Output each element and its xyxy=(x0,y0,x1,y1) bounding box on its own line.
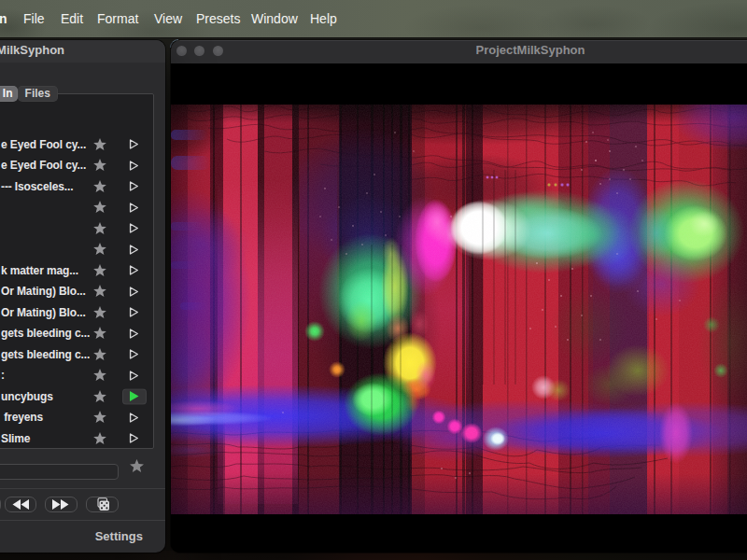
play-button[interactable] xyxy=(122,304,147,320)
main-window-title: ProjectMilkSyphon xyxy=(171,40,747,63)
menu-help[interactable]: Help xyxy=(310,0,337,37)
preset-name: k matter mag... xyxy=(1,264,78,277)
main-window-titlebar[interactable]: ProjectMilkSyphon xyxy=(171,40,747,63)
play-icon xyxy=(129,202,139,213)
play-button[interactable] xyxy=(122,368,147,384)
preset-row[interactable]: e Eyed Fool cy... xyxy=(0,133,153,155)
preset-row[interactable]: freyens xyxy=(0,407,153,428)
previous-preset-button[interactable] xyxy=(5,497,36,512)
play-icon xyxy=(129,160,139,171)
menu-file[interactable]: File xyxy=(23,0,45,37)
star-icon[interactable] xyxy=(93,305,107,319)
play-icon xyxy=(129,265,139,276)
play-button[interactable] xyxy=(122,220,147,236)
play-button[interactable] xyxy=(122,242,147,258)
desktop: ProjectMilkSyphon ProjectMilkSyphon In F… xyxy=(0,0,747,560)
random-preset-button[interactable] xyxy=(86,497,119,512)
play-icon xyxy=(129,286,139,297)
tab-files[interactable]: Files xyxy=(18,86,59,102)
preset-row[interactable] xyxy=(0,197,153,218)
preset-row[interactable]: gets bleeding c... xyxy=(0,323,153,344)
preset-row[interactable] xyxy=(0,217,153,239)
play-icon xyxy=(129,223,139,234)
play-button[interactable] xyxy=(122,430,147,446)
divider xyxy=(0,488,165,489)
play-button[interactable] xyxy=(122,178,147,194)
play-icon xyxy=(129,370,139,381)
fast-forward-icon xyxy=(51,499,70,510)
play-button[interactable] xyxy=(122,200,147,216)
menu-edit[interactable]: Edit xyxy=(61,0,83,37)
dice-icon xyxy=(95,497,110,511)
preset-name: freyens xyxy=(1,411,43,424)
menu-view[interactable]: View xyxy=(154,0,182,37)
star-icon[interactable] xyxy=(93,285,107,299)
star-icon[interactable] xyxy=(93,137,107,151)
play-button[interactable] xyxy=(122,136,147,152)
preset-row[interactable]: k matter mag... xyxy=(0,259,153,281)
play-icon xyxy=(129,244,139,255)
preset-row[interactable]: Or Mating) Blo... xyxy=(0,301,153,323)
play-icon xyxy=(129,412,139,423)
preset-row[interactable]: : xyxy=(0,365,153,386)
star-icon[interactable] xyxy=(93,389,107,403)
transport-partial-button[interactable] xyxy=(0,497,1,512)
tab-built-in[interactable]: In xyxy=(0,86,18,102)
play-icon xyxy=(129,391,139,402)
preset-row[interactable]: uncybugs xyxy=(0,385,153,407)
play-icon xyxy=(129,307,139,318)
play-icon xyxy=(129,328,139,339)
preset-name: gets bleeding c... xyxy=(1,327,90,340)
favorite-star-icon[interactable] xyxy=(129,458,145,474)
star-icon[interactable] xyxy=(93,179,107,193)
play-button-active[interactable] xyxy=(122,388,147,404)
next-preset-button[interactable] xyxy=(45,497,78,512)
preset-name: e Eyed Fool cy... xyxy=(1,138,86,151)
panel-title: ProjectMilkSyphon xyxy=(0,40,64,63)
menu-presets[interactable]: Presets xyxy=(196,0,240,37)
panel-titlebar[interactable]: ProjectMilkSyphon xyxy=(0,40,165,63)
milkdrop-visualization xyxy=(171,63,747,553)
visualizer-window: ProjectMilkSyphon xyxy=(171,40,747,553)
play-button[interactable] xyxy=(122,410,147,426)
star-icon[interactable] xyxy=(93,201,107,215)
preset-name: : xyxy=(1,369,5,382)
rewind-icon xyxy=(11,499,30,510)
menu-window[interactable]: Window xyxy=(251,0,298,37)
preset-name: Or Mating) Blo... xyxy=(1,285,86,298)
preset-row[interactable]: --- Isosceles... xyxy=(0,175,153,197)
star-icon[interactable] xyxy=(93,327,107,341)
play-button[interactable] xyxy=(122,346,147,362)
search-input[interactable] xyxy=(0,464,119,480)
play-button[interactable] xyxy=(122,326,147,342)
menu-format[interactable]: Format xyxy=(97,0,138,37)
visualization-canvas xyxy=(171,63,747,553)
star-icon[interactable] xyxy=(93,243,107,257)
menu-bar: n File Edit Format View Presets Window H… xyxy=(0,0,747,37)
preset-row[interactable]: Or Mating) Blo... xyxy=(0,281,153,302)
play-icon xyxy=(129,349,139,360)
preset-row[interactable]: Slime xyxy=(0,427,153,449)
star-icon[interactable] xyxy=(93,159,107,173)
star-icon[interactable] xyxy=(93,431,107,445)
preset-row[interactable]: gets bleeding c... xyxy=(0,343,153,365)
star-icon[interactable] xyxy=(93,411,107,425)
menu-app-name[interactable]: n xyxy=(0,0,7,37)
preset-name: gets bleeding c... xyxy=(1,348,90,361)
play-button[interactable] xyxy=(122,262,147,278)
preset-list[interactable]: e Eyed Fool cy...e Eyed Fool cy...--- Is… xyxy=(0,93,154,449)
play-button[interactable] xyxy=(122,284,147,300)
preset-row[interactable] xyxy=(0,239,153,260)
star-icon[interactable] xyxy=(93,347,107,361)
star-icon[interactable] xyxy=(93,263,107,277)
play-icon xyxy=(129,433,139,444)
star-icon[interactable] xyxy=(93,369,107,383)
play-button[interactable] xyxy=(122,158,147,174)
preset-name: e Eyed Fool cy... xyxy=(1,159,86,172)
play-icon xyxy=(129,139,139,150)
settings-button[interactable]: Settings xyxy=(95,529,143,543)
star-icon[interactable] xyxy=(93,221,107,235)
preset-name: Slime xyxy=(1,432,30,445)
preset-row[interactable]: e Eyed Fool cy... xyxy=(0,155,153,176)
play-icon xyxy=(129,181,139,192)
